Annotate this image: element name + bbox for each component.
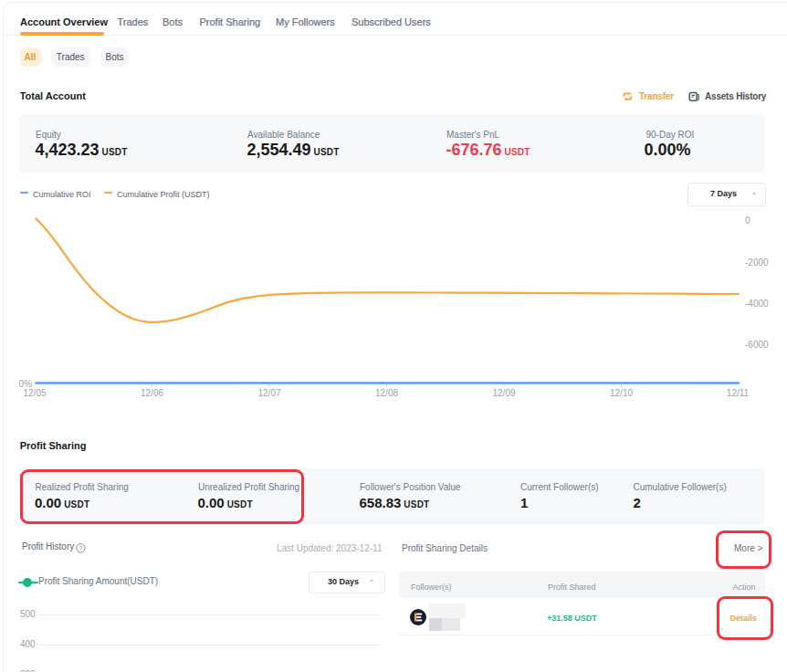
svg-text:?: ? [79,544,82,552]
